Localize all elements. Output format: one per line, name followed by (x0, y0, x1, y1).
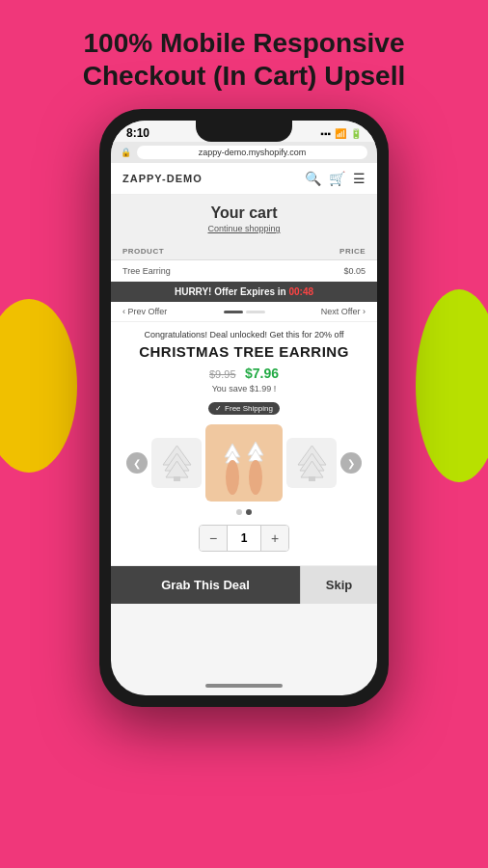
decorative-blob-green (416, 289, 488, 482)
col-product: PRODUCT (122, 247, 164, 256)
cart-table-header: PRODUCT PRICE (111, 243, 377, 260)
sale-price: $7.96 (245, 366, 279, 381)
cart-item-name: Tree Earring (122, 266, 171, 276)
cart-icon[interactable]: 🛒 (329, 171, 345, 186)
quantity-increase-button[interactable]: + (261, 526, 288, 551)
cart-continue-link[interactable]: Continue shopping (121, 224, 367, 233)
cart-item-row: Tree Earring $0.05 (111, 260, 377, 282)
lock-icon: 🔒 (121, 148, 131, 157)
offer-progress-dots (224, 311, 265, 313)
cta-row: Grab This Deal Skip (111, 565, 377, 604)
svg-point-11 (226, 460, 239, 495)
status-time: 8:10 (126, 126, 149, 140)
deal-shipping-row: ✓ Free Shipping (122, 397, 366, 415)
image-dot-2 (246, 509, 252, 515)
store-header: ZAPPY-DEMO 🔍 🛒 ☰ (111, 163, 377, 195)
browser-bar: 🔒 zappy-demo.myshopify.com (111, 142, 377, 163)
cart-section: Your cart Continue shopping (111, 195, 377, 243)
phone-bottom-bar (205, 684, 283, 688)
status-icons: ▪▪▪ 📶 🔋 (320, 128, 362, 139)
prev-offer-button[interactable]: ‹ Prev Offer (122, 307, 167, 316)
phone-screen: 8:10 ▪▪▪ 📶 🔋 🔒 zappy-demo.myshopify.com … (111, 121, 377, 695)
cart-title: Your cart (121, 204, 367, 222)
svg-rect-16 (309, 476, 315, 481)
deal-congrats-text: Congratulations! Deal unlocked! Get this… (122, 330, 366, 339)
svg-rect-4 (205, 424, 283, 502)
phone-frame: 8:10 ▪▪▪ 📶 🔋 🔒 zappy-demo.myshopify.com … (99, 109, 389, 707)
product-thumb-right (286, 438, 337, 488)
progress-dot-2 (246, 311, 265, 313)
timer-label: HURRY! Offer Expires in (175, 286, 286, 297)
next-offer-button[interactable]: Next Offer › (321, 307, 366, 316)
grab-deal-button[interactable]: Grab This Deal (111, 566, 300, 604)
product-thumb-main (205, 424, 283, 502)
original-price: $9.95 (209, 368, 236, 380)
page-title: 100% Mobile Responsive Checkout (In Cart… (0, 0, 488, 109)
browser-url[interactable]: zappy-demo.myshopify.com (137, 146, 367, 159)
deal-savings-text: You save $1.99 ! (122, 384, 366, 393)
offer-navigation: ‹ Prev Offer Next Offer › (111, 302, 377, 322)
image-prev-button[interactable]: ❮ (126, 452, 148, 474)
quantity-stepper: − + (199, 525, 289, 552)
quantity-input[interactable] (227, 526, 261, 551)
phone-notch (196, 121, 292, 142)
product-images-row: ❮ (122, 420, 366, 505)
wifi-icon: 📶 (335, 128, 346, 139)
svg-point-12 (249, 460, 262, 495)
check-icon: ✓ (215, 404, 222, 413)
quantity-decrease-button[interactable]: − (200, 526, 227, 551)
svg-rect-3 (174, 476, 180, 481)
offer-timer-bar: HURRY! Offer Expires in 00:48 (111, 282, 377, 302)
menu-icon[interactable]: ☰ (353, 171, 366, 186)
deal-card: Congratulations! Deal unlocked! Get this… (111, 322, 377, 565)
quantity-row: − + (122, 525, 366, 552)
progress-dot-1 (224, 311, 243, 313)
product-thumb-left (151, 438, 202, 488)
deal-price-row: $9.95 $7.96 (122, 365, 366, 382)
search-icon[interactable]: 🔍 (305, 171, 321, 186)
deal-product-name: CHRISTMAS TREE EARRING (122, 343, 366, 360)
cart-item-price: $0.05 (343, 266, 366, 276)
store-icons: 🔍 🛒 ☰ (305, 171, 366, 186)
free-shipping-badge: ✓ Free Shipping (208, 402, 280, 415)
store-logo: ZAPPY-DEMO (122, 173, 203, 184)
battery-icon: 🔋 (350, 128, 362, 139)
signal-icon: ▪▪▪ (320, 128, 331, 139)
col-price: PRICE (339, 247, 366, 256)
image-next-button[interactable]: ❯ (340, 452, 362, 474)
timer-value: 00:48 (288, 286, 313, 297)
skip-button[interactable]: Skip (300, 566, 377, 604)
image-dots (122, 505, 366, 519)
image-dot-1 (236, 509, 242, 515)
decorative-blob-yellow (0, 299, 77, 473)
